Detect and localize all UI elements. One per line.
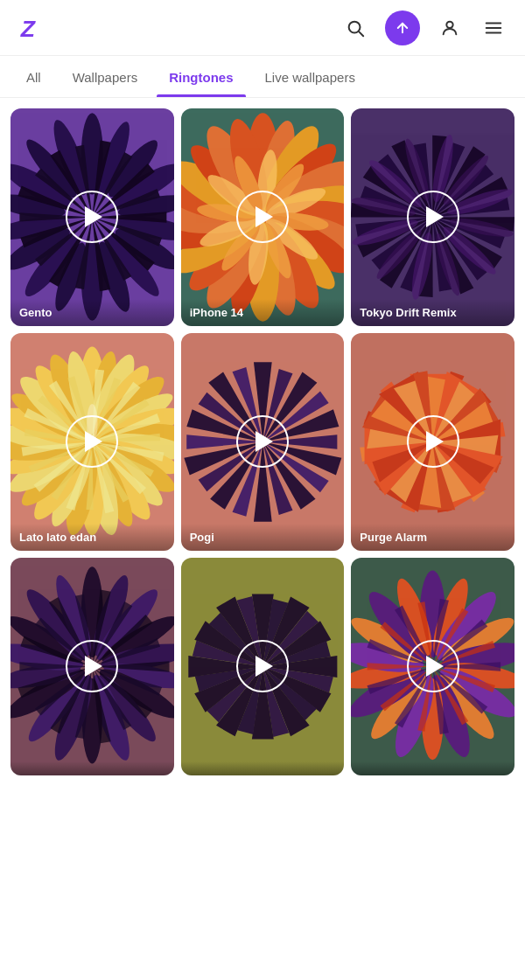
play-button[interactable] xyxy=(66,191,118,243)
nav-tabs: All Wallpapers Ringtones Live wallpapers xyxy=(0,56,525,98)
card-title: Purge Alarm xyxy=(351,524,514,551)
play-button[interactable] xyxy=(66,640,118,692)
tab-all[interactable]: All xyxy=(14,56,53,97)
card-title: Tokyo Drift Remix xyxy=(351,299,514,326)
menu-icon[interactable] xyxy=(480,14,508,42)
tab-live-wallpapers[interactable]: Live wallpapers xyxy=(253,56,368,97)
play-button[interactable] xyxy=(236,191,289,243)
play-button[interactable] xyxy=(66,415,118,468)
card-purge-alarm[interactable]: Purge Alarm xyxy=(351,333,514,551)
card-title: Lato lato edan xyxy=(10,524,174,551)
svg-line-2 xyxy=(359,31,363,36)
tab-ringtones[interactable]: Ringtones xyxy=(157,56,245,97)
svg-text:Z: Z xyxy=(20,15,37,41)
upload-button[interactable] xyxy=(385,10,420,45)
tab-wallpapers[interactable]: Wallpapers xyxy=(60,56,150,97)
card-row3-3[interactable] xyxy=(351,558,514,775)
card-gento[interactable]: Gento xyxy=(10,108,174,326)
search-icon[interactable] xyxy=(341,14,369,42)
logo[interactable]: Z xyxy=(18,11,51,45)
card-iphone14[interactable]: iPhone 14 xyxy=(181,108,345,326)
card-title xyxy=(181,761,345,775)
card-lato-lato[interactable]: Lato lato edan xyxy=(10,333,174,551)
ringtones-grid: Gento xyxy=(0,98,525,786)
app-header: Z xyxy=(0,0,525,56)
card-title: iPhone 14 xyxy=(181,299,345,326)
card-title: Gento xyxy=(10,299,174,326)
header-actions xyxy=(341,10,508,45)
card-tokyo-drift[interactable]: Tokyo Drift Remix xyxy=(351,108,514,326)
user-icon[interactable] xyxy=(436,14,464,42)
play-button[interactable] xyxy=(407,191,459,243)
card-title: Pogi xyxy=(181,524,345,551)
play-button[interactable] xyxy=(407,640,459,692)
svg-point-4 xyxy=(446,21,452,27)
card-row3-2[interactable] xyxy=(181,558,345,775)
card-pogi[interactable]: Pogi xyxy=(181,333,345,551)
card-title xyxy=(10,761,174,775)
play-button[interactable] xyxy=(407,415,459,468)
play-button[interactable] xyxy=(236,640,289,692)
card-title xyxy=(351,761,514,775)
card-row3-1[interactable] xyxy=(10,558,174,775)
play-button[interactable] xyxy=(236,415,289,468)
